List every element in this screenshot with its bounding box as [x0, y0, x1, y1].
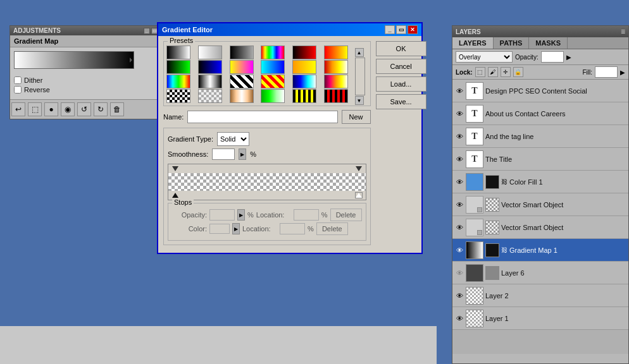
fill-arrow[interactable]: ▶	[620, 69, 625, 76]
preset-scroll-down[interactable]: ▼	[355, 96, 364, 105]
preset-scrollbar[interactable]: ▲ ▼	[355, 48, 365, 105]
layer-name: About us Contact Careers	[485, 110, 626, 118]
layer-row[interactable]: 👁 Vector Smart Object	[452, 193, 628, 216]
preset-14[interactable]	[198, 75, 222, 88]
tool-selection[interactable]: ⬚	[28, 102, 42, 116]
layer-row-selected[interactable]: 👁 ⛓ Gradient Map 1	[452, 239, 628, 262]
layer-visibility-toggle[interactable]: 👁	[455, 223, 464, 232]
ge-max-btn[interactable]: ▭	[396, 25, 406, 34]
preset-13[interactable]	[166, 75, 190, 88]
layer-row[interactable]: 👁 T The Title	[452, 148, 628, 171]
dither-checkbox[interactable]	[14, 76, 22, 84]
save-button[interactable]: Save...	[376, 94, 427, 109]
lock-transparency-btn[interactable]: ⬚	[475, 67, 485, 77]
tool-trash[interactable]: 🗑	[110, 102, 124, 116]
layer-row[interactable]: 👁 Layer 2	[452, 284, 628, 307]
preset-3[interactable]	[230, 46, 254, 59]
preset-6[interactable]	[324, 46, 348, 59]
layer-visibility-toggle[interactable]: 👁	[455, 246, 464, 255]
color-delete-btn[interactable]: Delete	[316, 222, 348, 235]
tab-paths[interactable]: PATHS	[494, 37, 530, 49]
opacity-stepper[interactable]: ▶	[237, 209, 245, 221]
preset-5[interactable]	[292, 46, 316, 59]
layer-row[interactable]: 👁 ⛓ Color Fill 1	[452, 171, 628, 193]
opacity-stop-right[interactable]	[356, 166, 362, 171]
layer-visibility-toggle[interactable]: 👁	[455, 269, 464, 277]
preset-2[interactable]	[198, 46, 222, 59]
blend-mode-select[interactable]: Overlay Normal Multiply	[456, 51, 513, 63]
ge-min-btn[interactable]: _	[385, 25, 395, 34]
layer-visibility-toggle[interactable]: 👁	[455, 291, 464, 300]
layer-row[interactable]: 👁 Vector Smart Object	[452, 216, 628, 239]
preset-24[interactable]	[324, 89, 348, 103]
lock-paint-btn[interactable]: 🖌	[488, 67, 498, 77]
opacity-arrow[interactable]: ▶	[566, 54, 571, 61]
layer-visibility-toggle[interactable]: 👁	[455, 314, 464, 323]
preset-9[interactable]	[230, 60, 254, 74]
tool-refresh[interactable]: ↻	[94, 102, 108, 116]
preset-17[interactable]	[292, 75, 316, 88]
load-button[interactable]: Load...	[376, 76, 427, 92]
layer-visibility-toggle[interactable]: 👁	[455, 200, 464, 209]
preset-8[interactable]	[198, 60, 222, 74]
tab-masks[interactable]: MASKS	[529, 37, 568, 49]
preset-19[interactable]	[166, 89, 190, 103]
layer-visibility-toggle[interactable]: 👁	[455, 87, 464, 95]
layer-row[interactable]: 👁 T Design PPC SEO Content Social	[452, 80, 628, 102]
color-stop-right[interactable]	[356, 193, 362, 198]
layer-visibility-toggle[interactable]: 👁	[455, 178, 464, 186]
fill-input[interactable]: 100%	[595, 66, 618, 78]
ok-button[interactable]: OK	[376, 41, 427, 56]
lock-move-btn[interactable]: ✛	[501, 67, 511, 77]
layer-visibility-toggle[interactable]: 👁	[455, 132, 464, 141]
gradient-bar[interactable]	[168, 173, 366, 191]
preset-11[interactable]	[292, 60, 316, 74]
preset-21[interactable]	[230, 89, 254, 103]
adjustments-min-btn[interactable]: _	[144, 28, 150, 34]
preset-20[interactable]	[198, 89, 222, 103]
reverse-checkbox[interactable]	[14, 86, 22, 94]
layers-panel-menu[interactable]: ≡	[621, 27, 625, 36]
preset-7[interactable]	[166, 60, 190, 74]
color-location-input[interactable]	[280, 223, 305, 234]
lock-all-btn[interactable]: 🔒	[513, 67, 523, 77]
name-input[interactable]: Custom	[187, 111, 337, 123]
layer-visibility-toggle[interactable]: 👁	[455, 155, 464, 164]
gradient-preview[interactable]	[14, 51, 134, 69]
preset-15[interactable]	[230, 75, 254, 88]
layer-thumbnail	[466, 310, 483, 327]
preset-12[interactable]	[324, 60, 348, 74]
opacity-location-input[interactable]	[294, 209, 319, 221]
preset-22[interactable]	[261, 89, 285, 103]
gradient-type-select[interactable]: Solid Noise	[217, 132, 249, 146]
opacity-input[interactable]: 25%	[541, 51, 564, 63]
cancel-button[interactable]: Cancel	[376, 59, 427, 74]
layer-row[interactable]: 👁 T And the tag line	[452, 125, 628, 148]
smoothness-stepper[interactable]: ▶	[239, 149, 246, 160]
preset-10[interactable]	[261, 60, 285, 74]
tool-eye[interactable]: ◉	[61, 102, 75, 116]
preset-18[interactable]	[324, 75, 348, 88]
layer-visibility-toggle[interactable]: 👁	[455, 109, 464, 118]
tool-back[interactable]: ↩	[11, 102, 25, 116]
smoothness-input[interactable]: 100	[212, 149, 235, 160]
color-swatch[interactable]	[209, 224, 230, 234]
new-button[interactable]: New	[342, 110, 371, 124]
layer-row[interactable]: 👁 T About us Contact Careers	[452, 102, 628, 125]
preset-23[interactable]	[292, 89, 316, 103]
tool-rotate[interactable]: ↺	[77, 102, 91, 116]
preset-scroll-up[interactable]: ▲	[355, 48, 364, 57]
opacity-stop-left[interactable]	[172, 166, 178, 171]
tool-circle[interactable]: ●	[44, 102, 58, 116]
preset-16[interactable]	[261, 75, 285, 88]
ge-close-btn[interactable]: ✕	[408, 25, 418, 34]
preset-4[interactable]	[261, 46, 285, 59]
opacity-delete-btn[interactable]: Delete	[330, 209, 362, 221]
tab-layers[interactable]: LAYERS	[452, 37, 494, 49]
layer-row[interactable]: 👁 Layer 6	[452, 262, 628, 284]
color-stop-left[interactable]	[172, 193, 178, 198]
layer-row[interactable]: 👁 Layer 1	[452, 307, 628, 330]
preset-1[interactable]	[166, 46, 190, 59]
opacity-stop-input[interactable]	[209, 209, 235, 221]
color-stepper[interactable]: ▶	[232, 223, 240, 234]
